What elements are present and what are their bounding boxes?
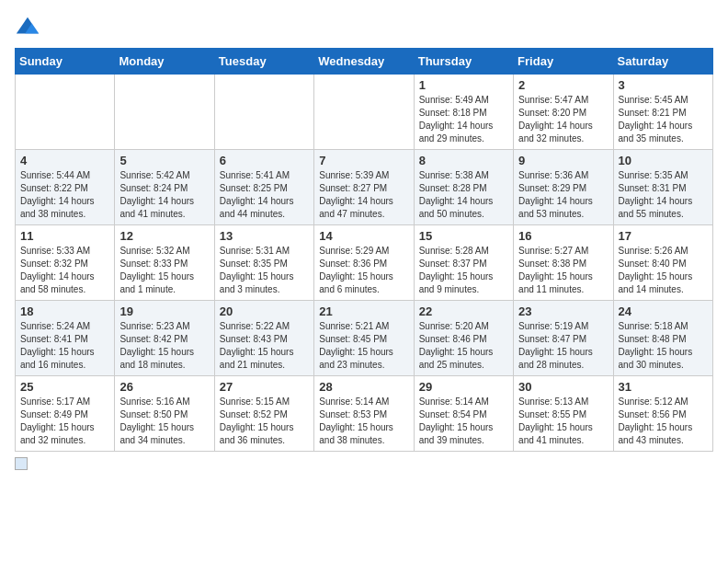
calendar-day-header: Friday	[514, 49, 613, 75]
cell-content: Sunrise: 5:12 AM Sunset: 8:56 PM Dayligh…	[619, 396, 708, 447]
calendar-cell: 25Sunrise: 5:17 AM Sunset: 8:49 PM Dayli…	[16, 376, 115, 452]
day-number: 26	[119, 380, 209, 394]
cell-content: Sunrise: 5:32 AM Sunset: 8:33 PM Dayligh…	[119, 245, 209, 296]
day-number: 19	[119, 304, 209, 318]
calendar-day-header: Thursday	[414, 49, 513, 75]
calendar-cell: 18Sunrise: 5:24 AM Sunset: 8:41 PM Dayli…	[16, 301, 115, 376]
day-number: 15	[419, 229, 508, 243]
day-number: 16	[518, 229, 608, 243]
day-number: 18	[20, 304, 109, 318]
calendar-cell: 17Sunrise: 5:26 AM Sunset: 8:40 PM Dayli…	[613, 225, 712, 301]
calendar-day-header: Tuesday	[214, 49, 313, 75]
calendar-cell: 31Sunrise: 5:12 AM Sunset: 8:56 PM Dayli…	[613, 376, 712, 452]
day-number: 17	[619, 229, 708, 243]
calendar-cell: 5Sunrise: 5:42 AM Sunset: 8:24 PM Daylig…	[115, 150, 214, 225]
header	[15, 15, 713, 40]
cell-content: Sunrise: 5:19 AM Sunset: 8:47 PM Dayligh…	[518, 320, 608, 372]
cell-content: Sunrise: 5:49 AM Sunset: 8:18 PM Dayligh…	[419, 94, 508, 145]
cell-content: Sunrise: 5:13 AM Sunset: 8:55 PM Dayligh…	[518, 396, 608, 447]
logo-icon	[15, 15, 40, 40]
cell-content: Sunrise: 5:24 AM Sunset: 8:41 PM Dayligh…	[20, 320, 109, 372]
calendar-table: SundayMondayTuesdayWednesdayThursdayFrid…	[15, 48, 713, 452]
day-number: 9	[518, 154, 608, 167]
day-number: 25	[20, 380, 109, 394]
calendar-cell: 30Sunrise: 5:13 AM Sunset: 8:55 PM Dayli…	[514, 376, 613, 452]
calendar-cell	[115, 75, 214, 150]
day-number: 20	[220, 304, 309, 318]
calendar-day-header: Sunday	[16, 49, 115, 75]
calendar-header-row: SundayMondayTuesdayWednesdayThursdayFrid…	[16, 49, 713, 75]
calendar-week-row: 25Sunrise: 5:17 AM Sunset: 8:49 PM Dayli…	[16, 376, 713, 452]
day-number: 24	[619, 304, 708, 318]
day-number: 4	[20, 154, 109, 167]
calendar-cell: 13Sunrise: 5:31 AM Sunset: 8:35 PM Dayli…	[214, 225, 313, 301]
calendar-cell: 4Sunrise: 5:44 AM Sunset: 8:22 PM Daylig…	[16, 150, 115, 225]
calendar-cell: 3Sunrise: 5:45 AM Sunset: 8:21 PM Daylig…	[613, 75, 712, 150]
cell-content: Sunrise: 5:28 AM Sunset: 8:37 PM Dayligh…	[419, 245, 508, 296]
calendar-cell: 12Sunrise: 5:32 AM Sunset: 8:33 PM Dayli…	[115, 225, 214, 301]
cell-content: Sunrise: 5:33 AM Sunset: 8:32 PM Dayligh…	[20, 245, 109, 296]
cell-content: Sunrise: 5:15 AM Sunset: 8:52 PM Dayligh…	[220, 396, 309, 447]
cell-content: Sunrise: 5:22 AM Sunset: 8:43 PM Dayligh…	[220, 320, 309, 372]
day-number: 29	[419, 380, 508, 394]
day-number: 31	[619, 380, 708, 394]
day-number: 10	[619, 154, 708, 167]
cell-content: Sunrise: 5:26 AM Sunset: 8:40 PM Dayligh…	[619, 245, 708, 296]
cell-content: Sunrise: 5:20 AM Sunset: 8:46 PM Dayligh…	[419, 320, 508, 372]
calendar-day-header: Monday	[115, 49, 214, 75]
calendar-cell: 10Sunrise: 5:35 AM Sunset: 8:31 PM Dayli…	[613, 150, 712, 225]
day-number: 1	[419, 78, 508, 92]
logo	[15, 15, 44, 40]
cell-content: Sunrise: 5:39 AM Sunset: 8:27 PM Dayligh…	[319, 169, 408, 221]
day-number: 13	[220, 229, 309, 243]
day-number: 8	[419, 154, 508, 167]
day-number: 14	[319, 229, 408, 243]
calendar-cell: 20Sunrise: 5:22 AM Sunset: 8:43 PM Dayli…	[214, 301, 313, 376]
day-number: 23	[518, 304, 608, 318]
day-number: 30	[518, 380, 608, 394]
footer-legend	[15, 457, 713, 470]
legend-box	[15, 457, 28, 470]
cell-content: Sunrise: 5:35 AM Sunset: 8:31 PM Dayligh…	[619, 169, 708, 221]
calendar-cell	[314, 75, 414, 150]
calendar-cell: 21Sunrise: 5:21 AM Sunset: 8:45 PM Dayli…	[314, 301, 414, 376]
day-number: 11	[20, 229, 109, 243]
day-number: 22	[419, 304, 508, 318]
cell-content: Sunrise: 5:42 AM Sunset: 8:24 PM Dayligh…	[119, 169, 209, 221]
day-number: 21	[319, 304, 408, 318]
cell-content: Sunrise: 5:21 AM Sunset: 8:45 PM Dayligh…	[319, 320, 408, 372]
calendar-cell: 26Sunrise: 5:16 AM Sunset: 8:50 PM Dayli…	[115, 376, 214, 452]
calendar-cell: 7Sunrise: 5:39 AM Sunset: 8:27 PM Daylig…	[314, 150, 414, 225]
day-number: 12	[119, 229, 209, 243]
day-number: 2	[518, 78, 608, 92]
day-number: 28	[319, 380, 408, 394]
day-number: 27	[220, 380, 309, 394]
day-number: 7	[319, 154, 408, 167]
cell-content: Sunrise: 5:36 AM Sunset: 8:29 PM Dayligh…	[518, 169, 608, 221]
calendar-cell: 11Sunrise: 5:33 AM Sunset: 8:32 PM Dayli…	[16, 225, 115, 301]
cell-content: Sunrise: 5:14 AM Sunset: 8:53 PM Dayligh…	[319, 396, 408, 447]
cell-content: Sunrise: 5:17 AM Sunset: 8:49 PM Dayligh…	[20, 396, 109, 447]
cell-content: Sunrise: 5:14 AM Sunset: 8:54 PM Dayligh…	[419, 396, 508, 447]
cell-content: Sunrise: 5:45 AM Sunset: 8:21 PM Dayligh…	[619, 94, 708, 145]
calendar-cell: 9Sunrise: 5:36 AM Sunset: 8:29 PM Daylig…	[514, 150, 613, 225]
calendar-cell: 6Sunrise: 5:41 AM Sunset: 8:25 PM Daylig…	[214, 150, 313, 225]
cell-content: Sunrise: 5:16 AM Sunset: 8:50 PM Dayligh…	[119, 396, 209, 447]
calendar-cell: 14Sunrise: 5:29 AM Sunset: 8:36 PM Dayli…	[314, 225, 414, 301]
day-number: 3	[619, 78, 708, 92]
calendar-day-header: Saturday	[613, 49, 712, 75]
day-number: 5	[119, 154, 209, 167]
cell-content: Sunrise: 5:38 AM Sunset: 8:28 PM Dayligh…	[419, 169, 508, 221]
cell-content: Sunrise: 5:41 AM Sunset: 8:25 PM Dayligh…	[220, 169, 309, 221]
cell-content: Sunrise: 5:27 AM Sunset: 8:38 PM Dayligh…	[518, 245, 608, 296]
calendar-cell: 22Sunrise: 5:20 AM Sunset: 8:46 PM Dayli…	[414, 301, 513, 376]
calendar-week-row: 4Sunrise: 5:44 AM Sunset: 8:22 PM Daylig…	[16, 150, 713, 225]
calendar-cell: 27Sunrise: 5:15 AM Sunset: 8:52 PM Dayli…	[214, 376, 313, 452]
cell-content: Sunrise: 5:18 AM Sunset: 8:48 PM Dayligh…	[619, 320, 708, 372]
calendar-cell: 23Sunrise: 5:19 AM Sunset: 8:47 PM Dayli…	[514, 301, 613, 376]
calendar-week-row: 1Sunrise: 5:49 AM Sunset: 8:18 PM Daylig…	[16, 75, 713, 150]
calendar-cell: 19Sunrise: 5:23 AM Sunset: 8:42 PM Dayli…	[115, 301, 214, 376]
calendar-cell: 24Sunrise: 5:18 AM Sunset: 8:48 PM Dayli…	[613, 301, 712, 376]
calendar-week-row: 11Sunrise: 5:33 AM Sunset: 8:32 PM Dayli…	[16, 225, 713, 301]
calendar-cell	[16, 75, 115, 150]
